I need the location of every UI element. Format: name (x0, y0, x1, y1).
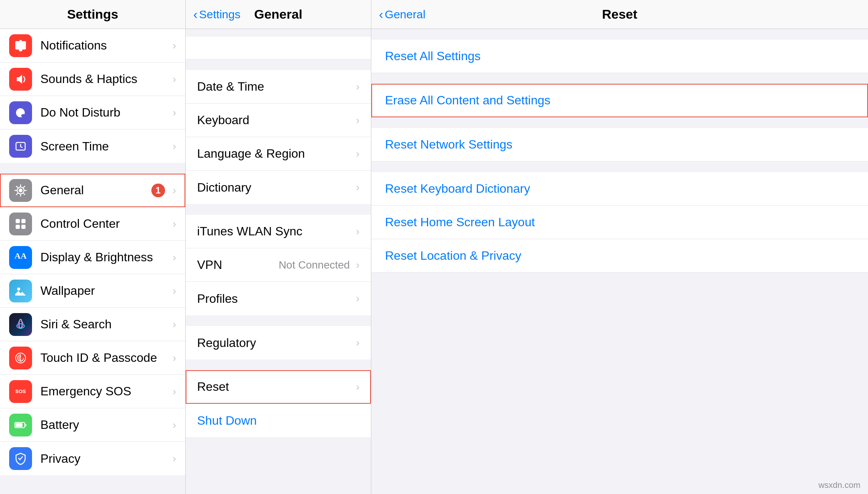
reset-location-label: Reset Location & Privacy (385, 249, 854, 263)
vpn-value: Not Connected (279, 259, 350, 271)
svg-rect-1 (19, 40, 22, 42)
right-back-label: General (385, 8, 425, 21)
profiles-chevron: › (356, 293, 359, 305)
regulatory-chevron: › (356, 337, 359, 349)
middle-group-1: Date & Time › Keyboard › Language & Regi… (186, 70, 371, 204)
sidebar-item-sounds[interactable]: Sounds & Haptics › (0, 62, 185, 96)
middle-item-shut-down[interactable]: Shut Down (186, 404, 371, 437)
sidebar-item-notifications[interactable]: Notifications › (0, 29, 185, 62)
middle-header: ‹ Settings General (186, 0, 371, 29)
middle-item-regulatory[interactable]: Regulatory › (186, 326, 371, 360)
right-settings-list: Reset All Settings Erase All Content and… (371, 29, 868, 494)
right-back-button[interactable]: ‹ General (379, 7, 425, 22)
middle-item-dictionary[interactable]: Dictionary › (186, 171, 371, 204)
reset-all-label: Reset All Settings (385, 49, 854, 63)
left-column: Settings Notifications › Sounds & Haptic… (0, 0, 186, 494)
touch-id-icon (9, 347, 32, 369)
svg-rect-6 (21, 219, 26, 223)
middle-separator-2 (186, 315, 371, 326)
control-center-chevron: › (173, 218, 176, 230)
right-item-reset-all[interactable]: Reset All Settings (371, 40, 868, 73)
general-chevron: › (173, 184, 176, 197)
wallpaper-label: Wallpaper (40, 284, 170, 298)
sidebar-item-emergency-sos[interactable]: SOS Emergency SOS › (0, 375, 185, 408)
sounds-label: Sounds & Haptics (40, 72, 170, 86)
itunes-chevron: › (356, 225, 359, 238)
middle-separator-0 (186, 59, 371, 70)
regulatory-label: Regulatory (197, 336, 354, 350)
svg-text:SOS: SOS (15, 388, 26, 394)
sidebar-item-privacy[interactable]: Privacy › (0, 442, 185, 475)
middle-back-button[interactable]: ‹ Settings (193, 7, 241, 22)
sidebar-item-control-center[interactable]: Control Center › (0, 207, 185, 241)
profiles-label: Profiles (197, 292, 354, 306)
vpn-label: VPN (197, 258, 279, 272)
middle-back-label: Settings (199, 8, 240, 21)
notifications-icon (9, 34, 32, 57)
left-title: Settings (67, 7, 118, 22)
right-group-2: Erase All Content and Settings (371, 84, 868, 117)
middle-item-language[interactable]: Language & Region › (186, 137, 371, 171)
middle-truncated-item (186, 37, 371, 59)
erase-all-label: Erase All Content and Settings (385, 93, 854, 107)
reset-chevron: › (356, 381, 359, 393)
sidebar-item-general[interactable]: General 1 › (0, 174, 185, 207)
emergency-sos-chevron: › (173, 385, 176, 398)
right-item-erase-all[interactable]: Erase All Content and Settings (371, 84, 868, 117)
general-label: General (40, 183, 151, 197)
middle-group-3: Regulatory › (186, 326, 371, 360)
do-not-disturb-chevron: › (173, 107, 176, 119)
general-badge: 1 (151, 184, 165, 197)
privacy-label: Privacy (40, 452, 170, 466)
middle-item-itunes[interactable]: iTunes WLAN Sync › (186, 215, 371, 248)
middle-item-vpn[interactable]: VPN Not Connected › (186, 248, 371, 282)
control-center-icon (9, 213, 32, 235)
shut-down-label: Shut Down (197, 414, 359, 428)
reset-keyboard-label: Reset Keyboard Dictionary (385, 182, 854, 196)
app-container: Settings Notifications › Sounds & Haptic… (0, 0, 868, 494)
middle-item-profiles[interactable]: Profiles › (186, 282, 371, 315)
right-item-reset-location[interactable]: Reset Location & Privacy (371, 239, 868, 273)
notifications-label: Notifications (40, 38, 170, 53)
right-column: ‹ General Reset Reset All Settings Erase… (371, 0, 868, 494)
svg-rect-8 (21, 225, 26, 229)
left-settings-list: Notifications › Sounds & Haptics › Do No… (0, 29, 185, 494)
general-icon (9, 179, 32, 202)
reset-network-label: Reset Network Settings (385, 137, 854, 152)
sidebar-item-touch-id[interactable]: Touch ID & Passcode › (0, 341, 185, 375)
middle-separator-3 (186, 360, 371, 370)
svg-rect-19 (25, 424, 26, 426)
dictionary-chevron: › (356, 181, 359, 193)
right-item-reset-network[interactable]: Reset Network Settings (371, 128, 868, 161)
language-label: Language & Region (197, 147, 354, 161)
emergency-sos-icon: SOS (9, 380, 32, 403)
right-item-reset-keyboard[interactable]: Reset Keyboard Dictionary (371, 172, 868, 206)
sidebar-item-do-not-disturb[interactable]: Do Not Disturb › (0, 96, 185, 129)
sidebar-item-wallpaper[interactable]: Wallpaper › (0, 274, 185, 308)
display-label: Display & Brightness (40, 250, 170, 264)
date-time-label: Date & Time (197, 80, 354, 94)
siri-chevron: › (173, 318, 176, 331)
sidebar-item-siri[interactable]: Siri & Search › (0, 308, 185, 341)
sidebar-item-screen-time[interactable]: Screen Time › (0, 129, 185, 163)
middle-item-date-time[interactable]: Date & Time › (186, 70, 371, 104)
keyboard-label: Keyboard (197, 113, 354, 127)
right-item-reset-home-screen[interactable]: Reset Home Screen Layout (371, 206, 868, 239)
notifications-chevron: › (173, 40, 176, 52)
sounds-chevron: › (173, 73, 176, 85)
middle-item-keyboard[interactable]: Keyboard › (186, 104, 371, 137)
middle-item-reset[interactable]: Reset › (186, 370, 371, 404)
right-group-3: Reset Network Settings (371, 128, 868, 161)
svg-rect-5 (16, 219, 20, 223)
screen-time-chevron: › (173, 140, 176, 152)
sounds-icon (9, 68, 32, 91)
svg-rect-7 (16, 225, 20, 229)
sidebar-item-battery[interactable]: Battery › (0, 408, 185, 442)
right-separator-0 (371, 29, 868, 40)
control-center-label: Control Center (40, 217, 170, 231)
privacy-chevron: › (173, 452, 176, 465)
sidebar-item-display[interactable]: AA Display & Brightness › (0, 241, 185, 274)
middle-settings-list: Date & Time › Keyboard › Language & Regi… (186, 29, 371, 494)
screen-time-label: Screen Time (40, 139, 170, 153)
left-group-1: Notifications › Sounds & Haptics › Do No… (0, 29, 185, 163)
